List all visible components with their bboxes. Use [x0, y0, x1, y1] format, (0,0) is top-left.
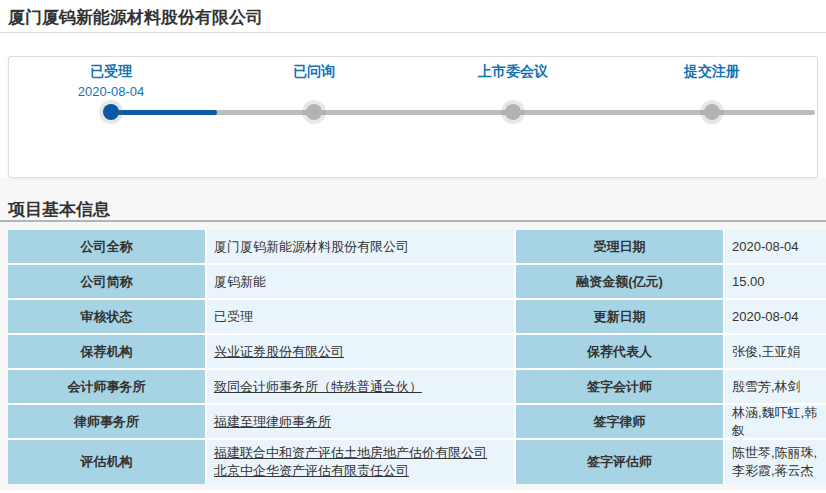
value-cell: 陈世琴,陈丽珠,李彩霞,蒋云杰 — [725, 440, 826, 484]
stage-label: 上市委会议 — [478, 63, 548, 81]
value-text: 厦门厦钨新能源材料股份有限公司 — [214, 238, 409, 256]
info-table: 公司全称厦门厦钨新能源材料股份有限公司受理日期2020-08-04公司简称厦钨新… — [8, 230, 826, 484]
page-title: 厦门厦钨新能源材料股份有限公司 — [8, 7, 818, 28]
value-link[interactable]: 福建至理律师事务所 — [214, 413, 331, 431]
label-cell: 公司简称 — [8, 265, 205, 298]
label-cell: 融资金额(亿元) — [516, 265, 723, 298]
section-title: 项目基本信息 — [8, 200, 826, 220]
value-cell: 殷雪芳,林剑 — [725, 370, 826, 403]
value-cell: 兴业证券股份有限公司 — [207, 335, 514, 368]
timeline-node-1 — [103, 104, 119, 120]
section-header: 项目基本信息 — [0, 178, 826, 222]
value-cell: 2020-08-04 — [725, 230, 826, 263]
value-links: 福建联合中和资产评估土地房地产估价有限公司北京中企华资产评估有限责任公司 — [214, 444, 487, 480]
value-cell: 致同会计师事务所（特殊普通合伙） — [207, 370, 514, 403]
value-text: 张俊,王亚娟 — [732, 343, 801, 361]
label-cell: 保荐代表人 — [516, 335, 723, 368]
value-text: 陈世琴,陈丽珠,李彩霞,蒋云杰 — [732, 444, 822, 480]
value-cell: 15.00 — [725, 265, 826, 298]
label-cell: 签字评估师 — [516, 440, 723, 484]
basic-info-section: 项目基本信息 公司全称厦门厦钨新能源材料股份有限公司受理日期2020-08-04… — [0, 178, 826, 490]
value-text: 已受理 — [214, 308, 253, 326]
value-text: 2020-08-04 — [732, 239, 799, 254]
label-cell: 保荐机构 — [8, 335, 205, 368]
stage-date: 2020-08-04 — [78, 84, 145, 99]
label-cell: 律师事务所 — [8, 405, 205, 438]
label-cell: 更新日期 — [516, 300, 723, 333]
value-link[interactable]: 兴业证券股份有限公司 — [214, 343, 344, 361]
value-cell: 林涵,魏吓虹,韩叙 — [725, 405, 826, 438]
label-cell: 公司全称 — [8, 230, 205, 263]
value-link[interactable]: 北京中企华资产评估有限责任公司 — [214, 462, 487, 480]
value-link[interactable]: 致同会计师事务所（特殊普通合伙） — [214, 378, 422, 396]
label-cell: 签字会计师 — [516, 370, 723, 403]
page-header: 厦门厦钨新能源材料股份有限公司 — [0, 0, 826, 33]
value-link[interactable]: 福建联合中和资产评估土地房地产估价有限公司 — [214, 444, 487, 462]
label-cell: 签字律师 — [516, 405, 723, 438]
timeline-card: 已受理2020-08-04已问询上市委会议提交注册 — [8, 56, 818, 178]
stage-label: 提交注册 — [684, 63, 740, 81]
timeline-progress-bar — [111, 110, 217, 115]
label-cell: 受理日期 — [516, 230, 723, 263]
value-text: 林涵,魏吓虹,韩叙 — [732, 404, 822, 440]
label-cell: 评估机构 — [8, 440, 205, 484]
timeline-stage-1: 已受理2020-08-04 — [78, 63, 145, 99]
value-cell: 张俊,王亚娟 — [725, 335, 826, 368]
timeline-stage-2: 已问询 — [293, 63, 335, 81]
value-cell: 2020-08-04 — [725, 300, 826, 333]
value-text: 15.00 — [732, 274, 765, 289]
timeline-node-3 — [505, 104, 521, 120]
label-cell: 审核状态 — [8, 300, 205, 333]
value-text: 厦钨新能 — [214, 273, 266, 291]
value-text: 殷雪芳,林剑 — [732, 378, 801, 396]
value-cell: 已受理 — [207, 300, 514, 333]
timeline-node-2 — [306, 104, 322, 120]
value-cell: 福建至理律师事务所 — [207, 405, 514, 438]
timeline-stage-4: 提交注册 — [684, 63, 740, 81]
stage-label: 已受理 — [78, 63, 145, 81]
timeline-node-4 — [704, 104, 720, 120]
value-cell: 厦钨新能 — [207, 265, 514, 298]
value-cell: 厦门厦钨新能源材料股份有限公司 — [207, 230, 514, 263]
value-cell: 福建联合中和资产评估土地房地产估价有限公司北京中企华资产评估有限责任公司 — [207, 440, 514, 484]
timeline-stage-3: 上市委会议 — [478, 63, 548, 81]
label-cell: 会计师事务所 — [8, 370, 205, 403]
value-text: 2020-08-04 — [732, 309, 799, 324]
stage-label: 已问询 — [293, 63, 335, 81]
